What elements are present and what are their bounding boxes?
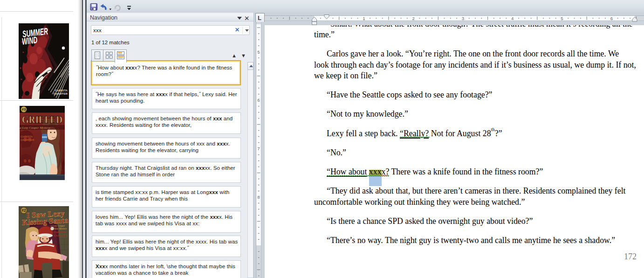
svg-text:Holiday Mystery: Holiday Mystery <box>50 227 67 230</box>
svg-text:6: 6 <box>257 97 260 103</box>
svg-text:5: 5 <box>561 16 563 21</box>
svg-text:5: 5 <box>257 49 260 55</box>
svg-text:2: 2 <box>412 16 414 21</box>
svg-text:a Lexy Cooper Mystery: a Lexy Cooper Mystery <box>20 126 50 130</box>
svg-text:WIND: WIND <box>21 35 38 47</box>
svg-text:7: 7 <box>257 146 260 151</box>
svg-text:CHRISTA: CHRISTA <box>54 231 66 234</box>
svg-text:6: 6 <box>610 16 613 21</box>
svg-text:CHARTER: CHARTER <box>54 234 68 237</box>
svg-text:CHRISTA: CHRISTA <box>55 89 68 92</box>
svg-text:8: 8 <box>257 195 260 200</box>
svg-text:#2: #2 <box>21 208 26 213</box>
svg-text:#3: #3 <box>22 107 26 111</box>
svg-text:3: 3 <box>462 16 464 21</box>
svg-text:CHRISTA: CHRISTA <box>21 135 33 138</box>
svg-text:CHARTER: CHARTER <box>21 139 34 141</box>
svg-text:CHARTER: CHARTER <box>54 92 68 95</box>
svg-text:GRIEFED: GRIEFED <box>22 114 62 125</box>
svg-text:1: 1 <box>363 16 365 21</box>
svg-text:4: 4 <box>511 16 514 21</box>
